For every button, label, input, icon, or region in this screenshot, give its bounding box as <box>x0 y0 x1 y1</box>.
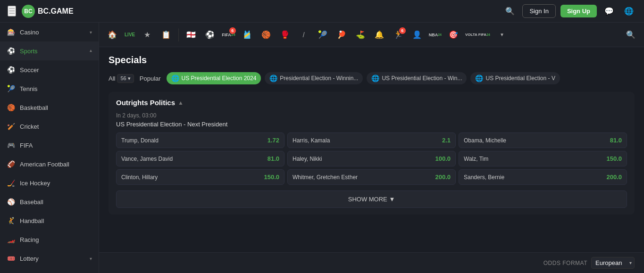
nav-live-button[interactable]: LIVE <box>123 26 137 43</box>
nav-search-button[interactable]: 🔍 <box>622 26 639 43</box>
chat-button[interactable]: 💬 <box>602 4 617 18</box>
language-button[interactable]: 🌐 <box>621 4 636 18</box>
nav-nba-button[interactable]: NBA24 <box>427 26 443 43</box>
racing-icon: 🏎️ <box>7 235 15 244</box>
nav-basketball2-button[interactable]: 🏀 <box>258 26 275 43</box>
odds-name-trump: Trump, Donald <box>121 137 159 144</box>
nav-basketball-button[interactable]: 🎽 <box>239 26 256 43</box>
odds-btn-trump[interactable]: Trump, Donald 1.72 <box>116 132 284 148</box>
sidebar-item-racing[interactable]: 🏎️ Racing <box>0 230 99 249</box>
filter-chip-us-election-2024[interactable]: 🌐 US Presidential Election 2024 <box>167 72 261 84</box>
sidebar-label-soccer: Soccer <box>20 66 39 74</box>
event-name: US Presidential Election - Next Presiden… <box>116 121 627 128</box>
nav-person-button[interactable]: 👤 <box>409 26 426 43</box>
nav-fifa-button[interactable]: FIFA24 6 <box>220 26 236 43</box>
odds-btn-whitmer[interactable]: Whitmer, Gretchen Esther 200.0 <box>287 169 456 185</box>
odds-btn-clinton[interactable]: Clinton, Hillary 150.0 <box>116 169 284 185</box>
baseball-icon: ⚾ <box>7 198 15 206</box>
sidebar-item-tennis[interactable]: 🎾 Tennis <box>0 79 99 98</box>
sidebar-item-baseball[interactable]: ⚾ Baseball <box>0 192 99 211</box>
sidebar-item-basketball[interactable]: 🏀 Basketball <box>0 98 99 117</box>
outrights-header: Outrights Politics ▲ <box>116 99 627 107</box>
sidebar-item-lottery[interactable]: 🎟️ Lottery ▾ <box>0 249 99 268</box>
show-more-button[interactable]: SHOW MORE ▼ <box>116 190 627 208</box>
hamburger-button[interactable]: ☰ <box>8 6 16 17</box>
nav-home-button[interactable]: 🏠 <box>104 26 121 43</box>
chip-label-1: US Presidential Election 2024 <box>182 75 257 82</box>
odds-btn-vance[interactable]: Vance, James David 81.0 <box>116 151 284 166</box>
sidebar-item-ice-hockey[interactable]: 🏒 Ice Hockey <box>0 174 99 192</box>
sort-icon[interactable]: ▲ <box>178 99 184 106</box>
sidebar-label-casino: Casino <box>20 29 39 36</box>
nav-bell-button[interactable]: 🔔 <box>371 26 388 43</box>
odds-name-sanders: Sanders, Bernie <box>464 174 504 181</box>
sidebar-item-handball[interactable]: 🤾 Handball <box>0 211 99 230</box>
sign-up-button[interactable]: Sign Up <box>560 5 597 17</box>
search-button[interactable]: 🔍 <box>502 4 518 18</box>
odds-name-vance: Vance, James David <box>121 156 173 162</box>
odds-btn-haley[interactable]: Haley, Nikki 100.0 <box>287 151 456 166</box>
tennis-icon: 🎾 <box>7 84 15 93</box>
chip-globe-icon-1: 🌐 <box>171 74 179 82</box>
filter-count-dropdown[interactable]: 56 ▾ <box>117 74 134 83</box>
filter-chip-us-election-win[interactable]: 🌐 US Presidential Election - Win... <box>367 72 467 84</box>
odds-name-haley: Haley, Nikki <box>293 156 322 162</box>
nav-pingpong-button[interactable]: 🏓 <box>333 26 350 43</box>
sidebar-item-sports[interactable]: ⚽ Sports ▾ <box>0 41 99 60</box>
odds-btn-obama[interactable]: Obama, Michelle 81.0 <box>459 132 627 148</box>
chevron-up-icon: ▾ <box>90 49 92 54</box>
nav-favorites-button[interactable]: ★ <box>139 26 156 43</box>
odds-name-obama: Obama, Michelle <box>464 137 506 144</box>
filter-chip-us-election-v[interactable]: 🌐 US Presidential Election - V <box>470 72 560 84</box>
nav-sports3-button[interactable]: 🎯 <box>445 26 462 43</box>
odds-format-select[interactable]: European American Decimal Fractional <box>591 257 635 269</box>
filter-chip-presidential-winning[interactable]: 🌐 Presidential Election - Winnin... <box>265 72 363 84</box>
odds-format-label: ODDS FORMAT <box>544 260 587 266</box>
outrights-section: Outrights Politics ▲ In 2 days, 03:00 US… <box>109 92 635 215</box>
logo: BC BC.GAME <box>22 5 74 18</box>
odds-value-walz: 150.0 <box>606 155 622 162</box>
nav-more-button[interactable]: ▼ <box>493 26 510 43</box>
nav-fighting-button[interactable]: 🥊 <box>276 26 293 43</box>
odds-format-wrapper: European American Decimal Fractional ▾ <box>591 257 635 269</box>
nav-betslip-button[interactable]: 📋 <box>158 26 175 43</box>
sidebar-label-handball: Handball <box>20 217 44 224</box>
cricket-icon: 🏏 <box>7 122 15 131</box>
sidebar-label-racing: Racing <box>20 236 39 243</box>
sidebar-item-fifa[interactable]: 🎮 FIFA <box>0 136 99 155</box>
sidebar-label-sports: Sports <box>20 48 38 55</box>
nav-tennis-button[interactable]: 🎾 <box>314 26 331 43</box>
main-layout: 🎰 Casino ▾ ⚽ Sports ▾ ⚽ Soccer 🎾 Tennis <box>0 23 644 273</box>
sidebar-item-american-football[interactable]: 🏈 American Football <box>0 155 99 174</box>
fifa-badge: 6 <box>229 27 236 34</box>
top-nav-right: 🔍 Sign In Sign Up 💬 🌐 <box>502 4 636 18</box>
filter-all-label: All <box>109 75 115 82</box>
top-nav: ☰ BC BC.GAME 🔍 Sign In Sign Up 💬 🌐 <box>0 0 644 23</box>
chip-globe-icon-3: 🌐 <box>371 74 379 82</box>
chevron-down-icon-lottery: ▾ <box>90 256 92 261</box>
sidebar-item-soccer[interactable]: ⚽ Soccer <box>0 60 99 79</box>
nav-golf-button[interactable]: ⛳ <box>352 26 369 43</box>
nav-slash-button[interactable]: / <box>295 26 312 43</box>
odds-btn-harris[interactable]: Harris, Kamala 2.1 <box>287 132 456 148</box>
nav-england-button[interactable]: 🏴󠁧󠁢󠁥󠁮󠁧󠁿 <box>183 26 200 43</box>
chip-label-3: US Presidential Election - Win... <box>382 75 462 82</box>
nav-soccer-button[interactable]: ⚽ <box>201 26 218 43</box>
filter-bar: All 56 ▾ Popular 🌐 US Presidential Elect… <box>109 72 635 84</box>
sidebar-item-casino[interactable]: 🎰 Casino ▾ <box>0 23 99 41</box>
nav-volta-button[interactable]: VOLTA FIFA24 <box>464 26 492 43</box>
odds-value-whitmer: 200.0 <box>435 174 451 181</box>
odds-value-clinton: 150.0 <box>264 174 279 181</box>
sidebar-item-cricket[interactable]: 🏏 Cricket <box>0 117 99 136</box>
running-badge: 6 <box>399 27 406 34</box>
logo-icon: BC <box>22 5 35 18</box>
nav-running-button[interactable]: 🏃6 <box>390 26 407 43</box>
chevron-down-icon: ▾ <box>90 30 92 35</box>
odds-btn-walz[interactable]: Walz, Tim 150.0 <box>459 151 627 166</box>
event-time: In 2 days, 03:00 <box>116 112 627 119</box>
odds-value-vance: 81.0 <box>268 155 279 162</box>
sign-in-button[interactable]: Sign In <box>522 4 555 18</box>
specials-area: Specials All 56 ▾ Popular 🌐 US President… <box>99 47 644 252</box>
odds-btn-sanders[interactable]: Sanders, Bernie 200.0 <box>459 169 627 185</box>
odds-value-harris: 2.1 <box>442 137 451 144</box>
